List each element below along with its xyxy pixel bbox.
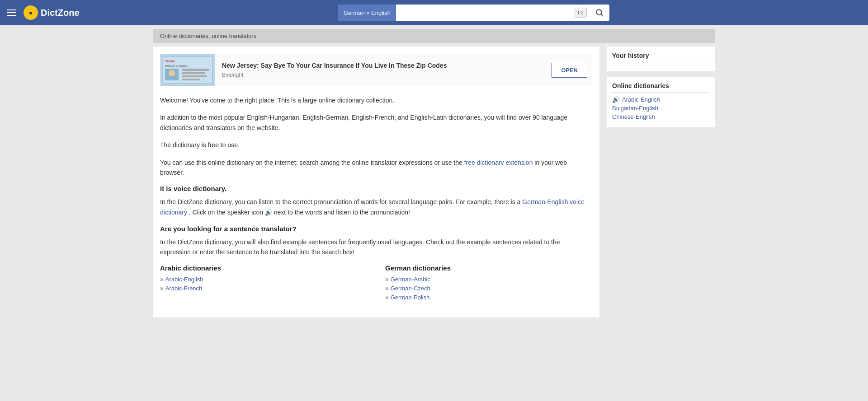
sidebar-bulgarian-english: Bulgarian-English <box>612 105 710 112</box>
german-dicts-column: German dictionaries German-Arabic German… <box>385 264 592 303</box>
list-item: German-Arabic <box>385 275 592 283</box>
arabic-french-link[interactable]: Arabic-French <box>165 285 203 292</box>
german-polish-link[interactable]: German-Polish <box>391 294 430 301</box>
svg-text:DRIVER LICENSE: DRIVER LICENSE <box>165 65 188 67</box>
svg-rect-9 <box>182 72 205 74</box>
menu-icon[interactable] <box>7 9 16 16</box>
arabic-english-link[interactable]: Arabic-English <box>165 276 203 283</box>
logo-icon: ● <box>24 5 38 20</box>
sidebar-arabic-english-link[interactable]: Arabic-English <box>622 96 660 103</box>
free-extension-link[interactable]: free dictionary extension <box>464 159 533 166</box>
content-area: Texas DRIVER LICENSE New Jersey: Say Bye… <box>153 47 599 317</box>
welcome-para: Welcome! You've come to the right place.… <box>160 95 592 105</box>
ad-banner: Texas DRIVER LICENSE New Jersey: Say Bye… <box>160 54 592 86</box>
ad-open-button[interactable]: OPEN <box>552 63 587 78</box>
list-item: German-Czech <box>385 284 592 292</box>
list-item: Arabic-English <box>160 275 367 283</box>
german-dicts-heading: German dictionaries <box>385 264 592 272</box>
speaker-icon-inline: 🔊 <box>265 208 272 218</box>
online-dicts-section: Online dictionaries 🔊 Arabic-English Bul… <box>607 77 715 127</box>
ad-title: New Jersey: Say Bye To Your Car Insuranc… <box>222 62 540 69</box>
svg-rect-10 <box>182 75 207 77</box>
search-bar: German » English F2 <box>338 5 609 21</box>
sidebar-bulgarian-english-link[interactable]: Bulgarian-English <box>612 105 658 112</box>
ad-source: Bindright <box>222 72 243 78</box>
online-dicts-heading: Online dictionaries <box>612 82 710 93</box>
language-selector[interactable]: German » English <box>338 5 396 21</box>
extension-para: You can use this online dictionary on th… <box>160 158 592 178</box>
svg-rect-11 <box>182 79 200 80</box>
german-dicts-list: German-Arabic German-Czech German-Polish <box>385 275 592 301</box>
german-arabic-link[interactable]: German-Arabic <box>391 276 430 283</box>
breadcrumb: Online dictionaries, online translators <box>153 29 715 43</box>
main-container: Texas DRIVER LICENSE New Jersey: Say Bye… <box>153 43 715 321</box>
search-input[interactable] <box>396 5 575 20</box>
voice-para: In the DictZone dictionary, you can list… <box>160 197 592 217</box>
search-icon <box>595 8 604 17</box>
list-item: Arabic-French <box>160 284 367 292</box>
list-item: German-Polish <box>385 294 592 301</box>
arabic-dicts-heading: Arabic dictionaries <box>160 264 367 272</box>
ad-image-svg: Texas DRIVER LICENSE <box>160 54 215 86</box>
free-para: The dictionary is free to use. <box>160 140 592 150</box>
svg-text:Texas: Texas <box>165 59 175 63</box>
dict-section: Arabic dictionaries Arabic-English Arabi… <box>160 264 592 303</box>
arabic-dicts-list: Arabic-English Arabic-French <box>160 275 367 292</box>
sidebar-chinese-english: Chinese-English <box>612 113 710 120</box>
sentence-heading: Are you looking for a sentence translato… <box>160 225 592 233</box>
sidebar-chinese-english-link[interactable]: Chinese-English <box>612 113 655 120</box>
sidebar: Your history Online dictionaries 🔊 Arabi… <box>607 47 715 317</box>
svg-rect-8 <box>182 69 209 71</box>
ad-image-inner: Texas DRIVER LICENSE <box>160 54 215 86</box>
history-heading: Your history <box>612 52 710 62</box>
logo-link[interactable]: ● DictZone <box>24 5 80 20</box>
header: ● DictZone German » English F2 <box>0 0 868 25</box>
svg-point-0 <box>596 9 602 15</box>
search-button[interactable] <box>590 5 609 21</box>
arabic-dicts-column: Arabic dictionaries Arabic-English Arabi… <box>160 264 367 303</box>
sentence-para: In the DictZone dictionary, you will als… <box>160 237 592 257</box>
ad-text: New Jersey: Say Bye To Your Car Insuranc… <box>215 57 547 83</box>
keyboard-shortcut: F2 <box>575 8 587 18</box>
description-para: In addition to the most popular English-… <box>160 112 592 133</box>
voice-heading: It is voice dictionary. <box>160 185 592 192</box>
logo-text: DictZone <box>41 8 80 18</box>
svg-line-1 <box>601 14 604 17</box>
speaker-icon: 🔊 <box>612 96 619 103</box>
svg-point-7 <box>169 70 175 76</box>
sidebar-arabic-english: 🔊 Arabic-English <box>612 96 710 103</box>
history-section: Your history <box>607 47 715 71</box>
ad-image: Texas DRIVER LICENSE <box>160 54 215 86</box>
german-czech-link[interactable]: German-Czech <box>391 285 430 292</box>
